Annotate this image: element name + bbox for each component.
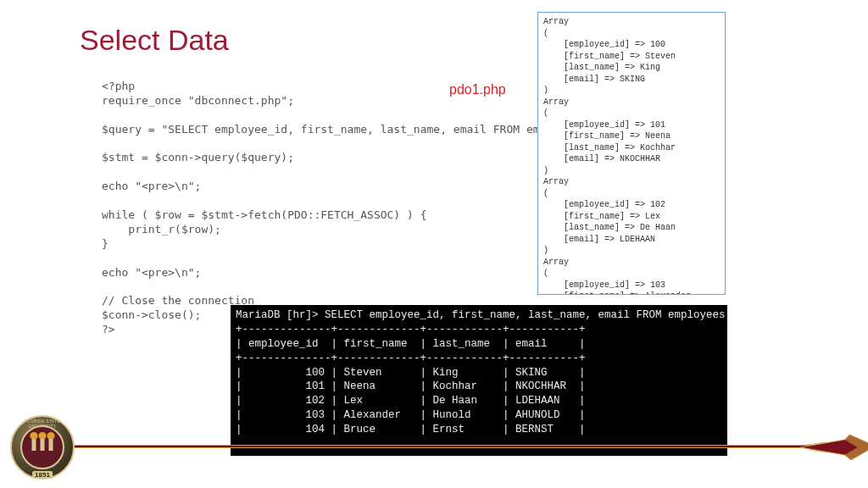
slide-title: Select Data	[80, 24, 229, 57]
fsu-seal: FLORIDA STATE UNIVERSITY 1851	[10, 415, 75, 480]
divider-rule	[59, 445, 839, 448]
spear-icon	[800, 428, 868, 467]
mariadb-terminal: MariaDB [hr]> SELECT employee_id, first_…	[231, 305, 727, 456]
php-output-box: Array ( [employee_id] => 100 [first_name…	[537, 12, 726, 295]
seal-year: 1851	[32, 471, 53, 479]
php-code-block: <?php require_once "dbconnect.php"; $que…	[102, 80, 599, 337]
